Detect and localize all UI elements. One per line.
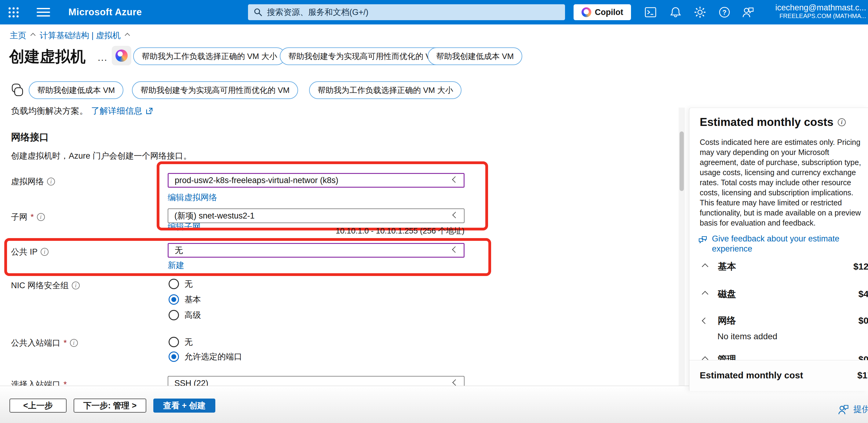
settings-gear-icon[interactable] (691, 3, 709, 21)
radio-label: 允许选定的端口 (184, 351, 242, 362)
notifications-bell-icon[interactable] (666, 3, 685, 21)
radio-icon (168, 337, 179, 347)
chevron-right-icon (702, 356, 708, 360)
section-description: 创建虚拟机时，Azure 门户会创建一个网络接口。 (11, 150, 191, 161)
label-text: NIC 网络安全组 (11, 280, 69, 291)
copilot-icon (116, 50, 128, 62)
estimated-costs-panel: Estimated monthly costs i Costs indicate… (689, 108, 868, 391)
copilot-suggestion-pill[interactable]: 帮助我创建专为实现高可用性而优化的 VM (132, 81, 298, 99)
breadcrumb-chevron-icon (125, 33, 130, 38)
scrollbar-thumb[interactable] (680, 132, 684, 191)
nic-nsg-radio-basic[interactable]: 基本 (168, 294, 201, 305)
nic-nsg-radio-none[interactable]: 无 (168, 278, 193, 289)
account-info[interactable]: icecheng@mathmast.c... FREELEAPS.COM (MA… (775, 3, 866, 20)
create-new-public-ip-link[interactable]: 新建 (168, 260, 184, 271)
cost-panel-title-text: Estimated monthly costs (700, 116, 834, 129)
clipped-intro-line: 负载均衡解决方案。 了解详细信息 (11, 107, 153, 119)
public-ip-value: 无 (175, 245, 453, 256)
virtual-network-value: prod-usw2-k8s-freeleaps-virtual-networ (… (175, 176, 453, 185)
feedback-person-icon (837, 403, 850, 415)
breadcrumb-section-link[interactable]: 计算基础结构 | 虚拟机 (40, 30, 121, 41)
copilot-suggestion-pill[interactable]: 帮助我创建低成本 VM (428, 47, 522, 65)
inbound-radio-allow-selected[interactable]: 允许选定的端口 (168, 351, 242, 362)
account-tenant: FREELEAPS.COM (MATHMA... (775, 12, 866, 20)
subnet-label: 子网 * i (11, 212, 45, 223)
chevron-down-icon (702, 317, 708, 324)
label-text: 公共 IP (11, 246, 37, 257)
hamburger-menu-icon[interactable] (36, 7, 51, 18)
copilot-tile-button[interactable] (112, 46, 131, 65)
cloud-shell-icon[interactable] (641, 3, 660, 21)
feedback-person-icon[interactable] (739, 3, 757, 21)
waffle-dots (8, 7, 19, 18)
info-icon[interactable]: i (838, 118, 846, 126)
estimate-feedback-link[interactable]: Give feedback about your estimate experi… (698, 234, 857, 254)
subnet-dropdown[interactable]: (新项) snet-westus2-1 (168, 208, 465, 223)
next-step-button[interactable]: 下一步: 管理 > (73, 399, 146, 413)
previous-step-button[interactable]: <上一步 (9, 399, 67, 413)
public-ip-dropdown[interactable]: 无 (168, 243, 465, 258)
help-icon[interactable]: ? (715, 3, 734, 21)
breadcrumb: 主页 计算基础结构 | 虚拟机 (10, 30, 129, 41)
cost-row-value: $0.0 (859, 354, 868, 360)
edit-virtual-network-link[interactable]: 编辑虚拟网络 (168, 192, 217, 203)
copilot-suggestion-pill[interactable]: 帮助我为工作负载选择正确的 VM 大小 (133, 47, 285, 65)
copilot-suggestion-pill[interactable]: 帮助我创建低成本 VM (29, 81, 123, 99)
cost-row-basic[interactable]: 基本 $12.9 (689, 259, 868, 274)
footer-feedback-link[interactable]: 提供 (837, 403, 868, 415)
label-text: 虚拟网络 (11, 176, 44, 187)
section-heading: 网络接口 (11, 131, 49, 144)
cost-row-label: 磁盘 (718, 288, 736, 301)
account-email: icecheng@mathmast.c... (775, 3, 866, 12)
virtual-network-dropdown[interactable]: prod-usw2-k8s-freeleaps-virtual-networ (… (168, 173, 465, 188)
nic-nsg-label: NIC 网络安全组 i (11, 280, 80, 291)
search-icon (253, 8, 263, 17)
chevron-down-icon (452, 379, 459, 386)
breadcrumb-chevron-icon (31, 33, 36, 38)
search-placeholder: 搜索资源、服务和文档(G+/) (267, 7, 368, 18)
copilot-button[interactable]: Copilot (574, 4, 631, 20)
chevron-right-icon (702, 263, 708, 270)
chevron-down-icon (452, 212, 459, 218)
feedback-label: 提供 (853, 403, 868, 415)
cost-row-disk[interactable]: 磁盘 $4.8 (689, 286, 868, 302)
search-input[interactable]: 搜索资源、服务和文档(G+/) (248, 4, 565, 20)
copilot-button-label: Copilot (595, 8, 623, 17)
inbound-radio-none[interactable]: 无 (168, 337, 193, 347)
cost-rows: 基本 $12.9 磁盘 $4.8 网络 $0.0 No items added … (689, 257, 868, 360)
cost-row-management[interactable]: 管理 $0.0 (689, 352, 868, 360)
app-launcher-icon[interactable] (7, 5, 20, 19)
info-icon[interactable]: i (37, 213, 45, 221)
info-icon[interactable]: i (41, 248, 49, 256)
info-icon[interactable]: i (70, 339, 78, 347)
cost-row-value: $12.9 (853, 261, 868, 272)
cost-panel-description: Costs indicated here are estimates only.… (700, 137, 867, 228)
cost-row-label: 网络 (718, 314, 736, 327)
svg-text:?: ? (722, 8, 726, 16)
learn-more-link[interactable]: 了解详细信息 (91, 107, 142, 117)
required-asterisk: * (31, 213, 34, 222)
brand-title: Microsoft Azure (68, 7, 142, 18)
nic-nsg-radio-advanced[interactable]: 高级 (168, 310, 201, 320)
cost-row-value: $4.8 (859, 289, 868, 299)
feedback-bubbles-icon (698, 235, 708, 246)
copilot-suggestion-pill[interactable]: 帮助我为工作负载选择正确的 VM 大小 (309, 81, 462, 99)
label-text: 公共入站端口 (11, 337, 60, 348)
more-actions-button[interactable]: … (97, 51, 108, 63)
external-link-icon (145, 107, 153, 115)
radio-selected-icon (168, 294, 179, 305)
subnet-value: (新项) snet-westus2-1 (175, 210, 453, 221)
info-icon[interactable]: i (72, 281, 80, 289)
breadcrumb-home-link[interactable]: 主页 (10, 30, 26, 41)
cost-row-network[interactable]: 网络 $0.0 (689, 313, 868, 328)
info-icon[interactable]: i (47, 177, 55, 186)
virtual-network-label: 虚拟网络 i (11, 176, 55, 187)
radio-label: 基本 (184, 294, 201, 305)
public-ip-label: 公共 IP i (11, 246, 49, 257)
chevron-right-icon (702, 291, 708, 297)
radio-label: 无 (184, 278, 193, 289)
copilot-suggestion-pill[interactable]: 帮助我创建专为实现高可用性而优化的 VM (280, 47, 446, 65)
cost-summary-label: Estimated monthly cost (700, 370, 803, 380)
cost-summary-bar: Estimated monthly cost $17 (689, 360, 868, 391)
review-create-button[interactable]: 查看 + 创建 (153, 399, 215, 413)
